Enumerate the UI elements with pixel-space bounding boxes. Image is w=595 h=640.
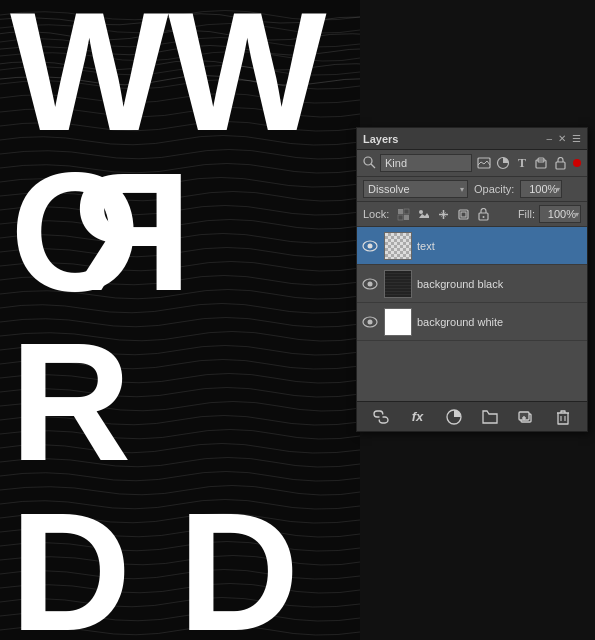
svg-rect-16 bbox=[556, 162, 565, 169]
filter-icons: T bbox=[476, 155, 581, 171]
svg-point-31 bbox=[368, 319, 373, 324]
svg-rect-18 bbox=[404, 215, 409, 220]
svg-rect-17 bbox=[398, 209, 403, 214]
panel-titlebar: Layers – ✕ ☰ bbox=[357, 128, 587, 150]
layer-row-text[interactable]: text bbox=[357, 227, 587, 265]
opacity-input[interactable] bbox=[520, 180, 562, 198]
layers-panel: Layers – ✕ ☰ Kind Name Effect Mode Attri… bbox=[356, 127, 588, 432]
filter-image-icon[interactable] bbox=[476, 155, 492, 171]
filter-shape-icon[interactable] bbox=[533, 155, 549, 171]
layer-visibility-text[interactable] bbox=[361, 237, 379, 255]
lock-transparent-icon[interactable] bbox=[395, 206, 411, 222]
lock-row: Lock: bbox=[357, 202, 587, 227]
new-layer-btn[interactable] bbox=[515, 406, 537, 428]
svg-point-21 bbox=[419, 210, 423, 214]
layer-row-background-white[interactable]: background white bbox=[357, 303, 587, 341]
layers-empty-area bbox=[357, 341, 587, 401]
layer-name-bg-white: background white bbox=[417, 316, 583, 328]
panel-toolbar: fx bbox=[357, 401, 587, 431]
filter-active-dot bbox=[573, 159, 581, 167]
layer-row-background-black[interactable]: background black bbox=[357, 265, 587, 303]
lock-all-icon[interactable] bbox=[475, 206, 491, 222]
delete-layer-btn[interactable] bbox=[552, 406, 574, 428]
filter-row: Kind Name Effect Mode Attribute Color bbox=[357, 150, 587, 177]
panel-title: Layers bbox=[363, 133, 398, 145]
svg-point-25 bbox=[482, 216, 484, 218]
layer-thumb-bg-black bbox=[384, 270, 412, 298]
search-icon bbox=[363, 156, 376, 171]
kind-dropdown[interactable]: Kind Name Effect Mode Attribute Color bbox=[380, 154, 472, 172]
blend-mode-row: Dissolve Normal Multiply Screen Overlay … bbox=[357, 177, 587, 202]
layer-thumb-text bbox=[384, 232, 412, 260]
layer-name-text: text bbox=[417, 240, 583, 252]
panel-collapse-btn[interactable]: – bbox=[546, 133, 552, 144]
fill-label: Fill: bbox=[518, 208, 535, 220]
lock-artboard-icon[interactable] bbox=[455, 206, 471, 222]
svg-text:R: R bbox=[10, 308, 131, 496]
svg-rect-20 bbox=[398, 215, 403, 220]
add-mask-btn[interactable] bbox=[443, 406, 465, 428]
layer-visibility-bg-black[interactable] bbox=[361, 275, 379, 293]
svg-rect-22 bbox=[459, 210, 468, 219]
layer-visibility-bg-white[interactable] bbox=[361, 313, 379, 331]
layers-list: text background black bbox=[357, 227, 587, 401]
lock-position-icon[interactable] bbox=[435, 206, 451, 222]
svg-text:D: D bbox=[178, 478, 299, 640]
svg-text:R: R bbox=[71, 138, 192, 326]
fill-input[interactable] bbox=[539, 205, 581, 223]
filter-type-icon[interactable]: T bbox=[514, 155, 530, 171]
layer-thumb-bg-white bbox=[384, 308, 412, 336]
lock-image-icon[interactable] bbox=[415, 206, 431, 222]
layer-fx-btn[interactable]: fx bbox=[406, 406, 428, 428]
panel-controls: – ✕ ☰ bbox=[546, 133, 581, 144]
filter-lock-icon[interactable] bbox=[552, 155, 568, 171]
filter-adjustment-icon[interactable] bbox=[495, 155, 511, 171]
blend-mode-dropdown[interactable]: Dissolve Normal Multiply Screen Overlay bbox=[363, 180, 468, 198]
svg-line-11 bbox=[371, 164, 375, 168]
layer-name-bg-black: background black bbox=[417, 278, 583, 290]
svg-point-10 bbox=[364, 157, 372, 165]
link-layers-btn[interactable] bbox=[370, 406, 392, 428]
svg-rect-19 bbox=[404, 209, 409, 214]
panel-close-btn[interactable]: ✕ bbox=[558, 133, 566, 144]
svg-rect-23 bbox=[461, 212, 466, 217]
opacity-label: Opacity: bbox=[474, 183, 514, 195]
svg-point-27 bbox=[368, 243, 373, 248]
svg-point-29 bbox=[368, 281, 373, 286]
panel-menu-btn[interactable]: ☰ bbox=[572, 133, 581, 144]
new-group-btn[interactable] bbox=[479, 406, 501, 428]
svg-text:D: D bbox=[10, 478, 131, 640]
lock-label: Lock: bbox=[363, 208, 389, 220]
